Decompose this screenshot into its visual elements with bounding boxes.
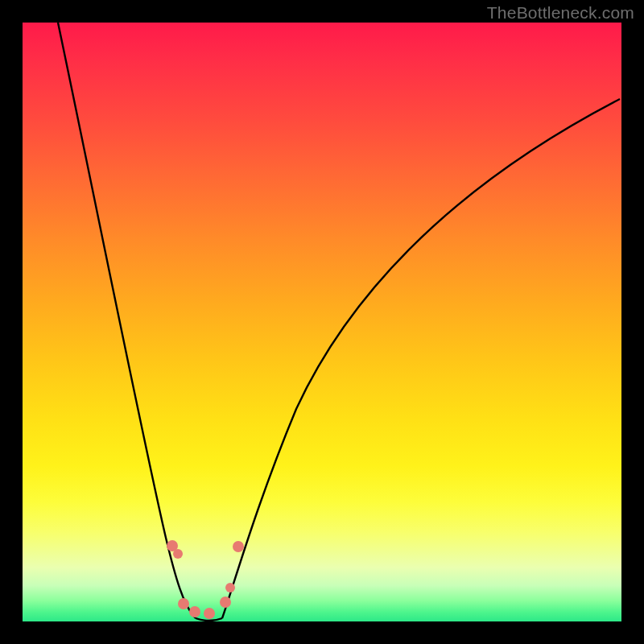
marker-dot <box>173 549 183 559</box>
bottleneck-curve <box>23 23 621 621</box>
chart-frame <box>23 23 621 621</box>
watermark-text: TheBottleneck.com <box>487 3 634 23</box>
marker-group <box>167 540 244 619</box>
marker-dot <box>178 598 189 609</box>
marker-dot <box>204 608 215 619</box>
marker-dot <box>220 597 231 608</box>
marker-dot <box>225 583 235 592</box>
curve-right <box>222 99 620 618</box>
marker-dot <box>189 606 200 617</box>
curve-left <box>58 23 196 618</box>
marker-dot <box>233 541 244 552</box>
